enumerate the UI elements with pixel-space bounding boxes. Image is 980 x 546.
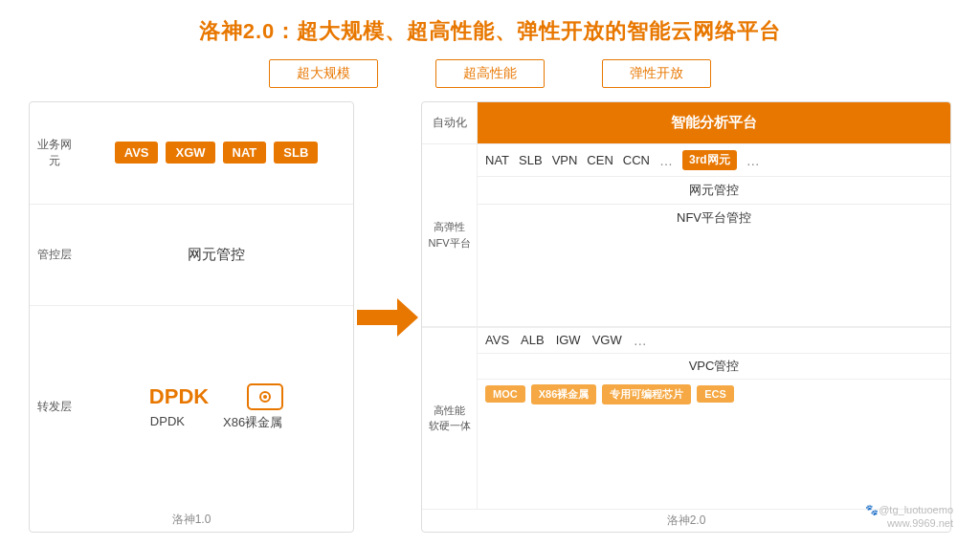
e-tag-slb: SLB <box>519 153 543 167</box>
perf-section: 高性能 软硬一体 AVS ALB IGW VGW … VPC管控 <box>422 328 950 510</box>
e-tag-vpn: VPN <box>552 153 578 167</box>
row-content-forward: DPDK DPDK <box>79 376 353 439</box>
dpdk-row: DPDK <box>149 383 283 410</box>
dpdk-sub-row: DPDK X86裸金属 <box>150 414 282 431</box>
row-label-control: 管控层 <box>30 239 79 271</box>
auto-section: 自动化 智能分析平台 <box>422 102 950 144</box>
arrow-body <box>357 310 397 325</box>
perf-tags-line: AVS ALB IGW VGW … <box>478 328 950 354</box>
row-content-business: AVS XGW NAT SLB <box>79 134 353 171</box>
arrow-head <box>397 298 418 337</box>
tag-perf: 超高性能 <box>435 59 545 88</box>
p-tag-avs: AVS <box>485 333 509 347</box>
tag-xgw: XGW <box>166 142 214 164</box>
p-tag-vgw: VGW <box>592 333 622 347</box>
right-box: 自动化 智能分析平台 高弹性 NFV平台 NAT SLB VPN <box>421 101 951 533</box>
row-label-forward: 转发层 <box>30 391 79 423</box>
hw-tag-moc: MOC <box>485 385 525 403</box>
left-row-control: 管控层 网元管控 <box>30 205 353 307</box>
eye-icon <box>247 383 283 410</box>
svg-point-2 <box>263 395 267 399</box>
diagram-row: 业务网元 AVS XGW NAT SLB 管控层 网元管控 <box>29 101 951 533</box>
elastic-tags-line: NAT SLB VPN CEN CCN … 3rd网元 … <box>478 144 950 177</box>
page-title: 洛神2.0：超大规模、超高性能、弹性开放的智能云网络平台 <box>29 17 951 46</box>
elastic-control2: NFV平台管控 <box>478 205 950 231</box>
auto-content: 智能分析平台 <box>478 102 950 143</box>
tag-slb: SLB <box>274 142 318 164</box>
row-content-control: 网元管控 <box>79 238 353 272</box>
elastic-section: 高弹性 NFV平台 NAT SLB VPN CEN CCN … 3rd网元 … <box>422 144 950 327</box>
left-box: 业务网元 AVS XGW NAT SLB 管控层 网元管控 <box>29 101 354 533</box>
elastic-label-line2: NFV平台 <box>429 235 471 251</box>
left-bottom-label: 洛神1.0 <box>30 508 353 532</box>
control-text: 网元管控 <box>188 246 245 264</box>
elastic-content: NAT SLB VPN CEN CCN … 3rd网元 … 网元管控 NFV平台… <box>478 144 950 326</box>
auto-content-text: 智能分析平台 <box>671 114 757 132</box>
hw-tags-line: MOC X86裸金属 专用可编程芯片 ECS <box>478 380 950 409</box>
e-tag-ccn: CCN <box>623 153 650 167</box>
row-label-business: 业务网元 <box>30 129 79 177</box>
tag-nat: NAT <box>223 142 267 164</box>
watermark: 🐾@tg_luotuoemo www.9969.net <box>865 504 953 529</box>
p-tag-igw: IGW <box>556 333 581 347</box>
tag-scale: 超大规模 <box>269 59 378 88</box>
vpc-label: VPC管控 <box>478 354 950 380</box>
hw-tag-ecs: ECS <box>697 385 734 403</box>
perf-label-line1: 高性能 <box>434 403 465 419</box>
hw-tag-fpga: 专用可编程芯片 <box>602 384 691 404</box>
e-tag-cen: CEN <box>587 153 612 167</box>
left-row-business: 业务网元 AVS XGW NAT SLB <box>30 102 353 205</box>
e-tag-3rd: 3rd网元 <box>682 150 737 170</box>
arrow-container <box>354 101 421 533</box>
p-tag-dots: … <box>634 333 647 348</box>
left-rows: 业务网元 AVS XGW NAT SLB 管控层 网元管控 <box>30 102 353 508</box>
tag-elastic: 弹性开放 <box>602 59 711 88</box>
tag-avs: AVS <box>115 142 159 164</box>
watermark-line2: www.9969.net <box>887 517 953 529</box>
e-tag-dots2: … <box>746 153 760 168</box>
auto-label: 自动化 <box>422 102 478 143</box>
perf-label: 高性能 软硬一体 <box>422 328 478 510</box>
dpdk-label: DPDK <box>149 384 209 409</box>
watermark-line1: 🐾@tg_luotuoemo <box>865 504 953 516</box>
e-tag-nat: NAT <box>485 153 509 167</box>
elastic-label-line1: 高弹性 <box>434 219 465 235</box>
left-row-forward: 转发层 DPDK <box>30 306 353 508</box>
perf-label-line2: 软硬一体 <box>429 418 471 434</box>
perf-content: AVS ALB IGW VGW … VPC管控 MOC X86裸金属 专用可编程… <box>478 328 950 510</box>
dpdk-content: DPDK DPDK <box>149 383 283 431</box>
dpdk-sub1: DPDK <box>150 414 185 431</box>
tags-row: 超大规模 超高性能 弹性开放 <box>29 59 951 88</box>
elastic-label: 高弹性 NFV平台 <box>422 144 478 326</box>
main-container: 洛神2.0：超大规模、超高性能、弹性开放的智能云网络平台 超大规模 超高性能 弹… <box>0 0 980 546</box>
elastic-control1: 网元管控 <box>478 177 950 205</box>
hw-tag-x86: X86裸金属 <box>531 384 597 404</box>
dpdk-sub2: X86裸金属 <box>223 414 282 431</box>
p-tag-alb: ALB <box>521 333 545 347</box>
e-tag-dots1: … <box>659 153 673 168</box>
